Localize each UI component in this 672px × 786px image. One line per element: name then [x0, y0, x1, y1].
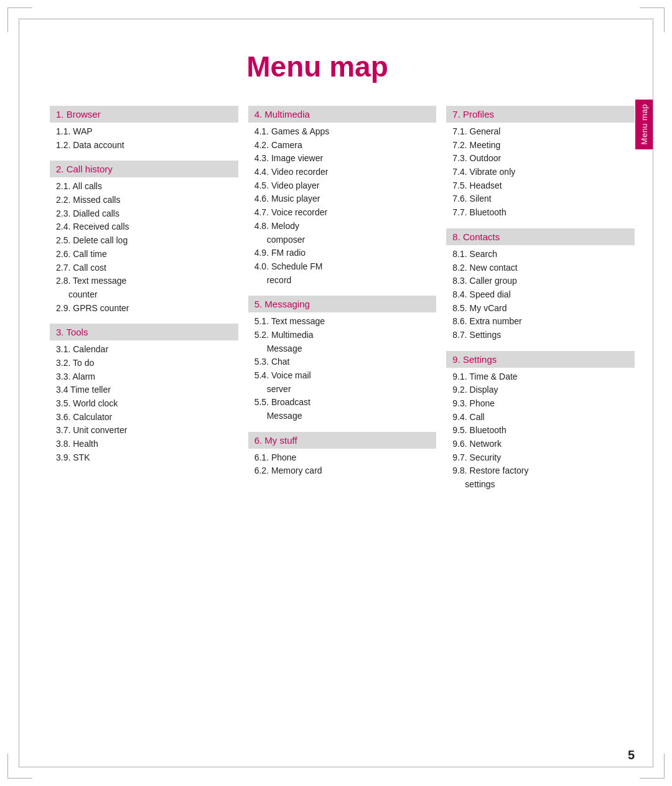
- list-item: 4.2. Camera: [254, 139, 431, 152]
- section-header-text-my-stuff: 6. My stuff: [254, 435, 297, 446]
- list-item: 9.8. Restore factory: [452, 464, 628, 478]
- list-item: 9.4. Call: [452, 411, 628, 424]
- page-border-right: [653, 19, 653, 767]
- section-header-tools: 3. Tools: [50, 324, 238, 340]
- list-item: 4.0. Schedule FM: [254, 260, 431, 274]
- list-item: 3.1. Calendar: [56, 343, 232, 357]
- list-item: 3.6. Calculator: [56, 411, 232, 424]
- list-item: 6.2. Memory card: [254, 464, 431, 478]
- column-col2: 4. Multimedia4.1. Games & Apps4.2. Camer…: [248, 106, 437, 736]
- list-item: 3.5. World clock: [56, 397, 232, 411]
- section-items-tools: 3.1. Calendar3.2. To do3.3. Alarm3.4 Tim…: [50, 343, 238, 464]
- list-item: 8.4. Speed dial: [452, 288, 628, 302]
- list-item: 8.2. New contact: [452, 261, 628, 275]
- list-item: 4.9. FM radio: [254, 246, 431, 260]
- list-item: 5.4. Voice mail: [254, 369, 431, 383]
- list-item: 5.5. Broadcast: [254, 396, 431, 409]
- list-item: 7.5. Headset: [452, 179, 628, 193]
- list-item: 8.3. Caller group: [452, 274, 628, 288]
- list-item: 2.1. All calls: [56, 180, 232, 194]
- list-item: 8.5. My vCard: [452, 302, 628, 316]
- list-item: 5.1. Text message: [254, 315, 431, 329]
- list-item: 9.2. Display: [452, 383, 628, 397]
- corner-decoration-br: [640, 754, 665, 779]
- list-item: 4.6. Music player: [254, 192, 431, 206]
- list-item: 5.2. Multimedia: [254, 329, 431, 342]
- list-item: 2.5. Delete call log: [56, 234, 232, 248]
- page-border-bottom: [19, 767, 653, 767]
- list-item: 4.7. Voice recorder: [254, 206, 431, 220]
- list-item: 9.7. Security: [452, 451, 628, 465]
- section-items-call-history: 2.1. All calls2.2. Missed calls2.3. Dial…: [50, 180, 238, 315]
- list-item: 9.6. Network: [452, 437, 628, 451]
- list-item: record: [254, 274, 431, 288]
- list-item: Message: [254, 409, 431, 423]
- section-header-text-settings: 9. Settings: [452, 354, 497, 365]
- page-title: Menu map: [0, 50, 635, 83]
- section-items-browser: 1.1. WAP1.2. Data account: [50, 125, 238, 152]
- page-border-top: [19, 19, 653, 19]
- list-item: 4.5. Video player: [254, 179, 431, 193]
- list-item: counter: [56, 288, 232, 302]
- list-item: Message: [254, 342, 431, 356]
- list-item: 9.1. Time & Date: [452, 370, 628, 384]
- list-item: 4.8. Melody: [254, 220, 431, 233]
- list-item: settings: [452, 478, 628, 492]
- list-item: 9.5. Bluetooth: [452, 424, 628, 437]
- list-item: 2.7. Call cost: [56, 261, 232, 275]
- list-item: 3.7. Unit converter: [56, 424, 232, 437]
- list-item: 7.2. Meeting: [452, 139, 628, 152]
- section-header-browser: 1. Browser: [50, 106, 238, 123]
- section-items-contacts: 8.1. Search8.2. New contact8.3. Caller g…: [446, 248, 635, 342]
- list-item: 4.4. Video recorder: [254, 166, 431, 179]
- section-header-multimedia: 4. Multimedia: [248, 106, 437, 123]
- section-header-settings: 9. Settings: [446, 351, 635, 368]
- section-header-text-browser: 1. Browser: [56, 109, 101, 119]
- content-area: 1. Browser1.1. WAP1.2. Data account2. Ca…: [50, 106, 635, 736]
- section-header-text-messaging: 5. Messaging: [254, 299, 310, 309]
- list-item: 2.2. Missed calls: [56, 194, 232, 207]
- section-header-text-tools: 3. Tools: [56, 327, 88, 337]
- list-item: 7.6. Silent: [452, 192, 628, 206]
- section-header-text-profiles: 7. Profiles: [452, 109, 494, 119]
- section-items-my-stuff: 6.1. Phone6.2. Memory card: [248, 451, 437, 478]
- list-item: 2.9. GPRS counter: [56, 302, 232, 316]
- corner-decoration-tr: [640, 7, 665, 32]
- section-items-messaging: 5.1. Text message5.2. MultimediaMessage5…: [248, 315, 437, 423]
- list-item: 8.6. Extra number: [452, 315, 628, 329]
- list-item: 3.2. To do: [56, 357, 232, 370]
- section-header-contacts: 8. Contacts: [446, 228, 635, 245]
- list-item: 9.3. Phone: [452, 397, 628, 411]
- corner-decoration-tl: [7, 7, 32, 32]
- section-header-text-contacts: 8. Contacts: [452, 232, 500, 242]
- corner-decoration-bl: [7, 754, 32, 779]
- list-item: 2.4. Received calls: [56, 220, 232, 234]
- section-header-my-stuff: 6. My stuff: [248, 432, 437, 449]
- side-tab-label: Menu map: [640, 104, 649, 144]
- list-item: 3.8. Health: [56, 437, 232, 451]
- list-item: 7.7. Bluetooth: [452, 206, 628, 220]
- list-item: 3.9. STK: [56, 451, 232, 465]
- section-items-profiles: 7.1. General7.2. Meeting7.3. Outdoor7.4.…: [446, 125, 635, 220]
- list-item: 2.8. Text message: [56, 274, 232, 288]
- list-item: 7.4. Vibrate only: [452, 166, 628, 179]
- section-header-messaging: 5. Messaging: [248, 296, 437, 312]
- list-item: 2.6. Call time: [56, 248, 232, 261]
- section-items-settings: 9.1. Time & Date9.2. Display9.3. Phone9.…: [446, 370, 635, 492]
- list-item: 3.4 Time teller: [56, 383, 232, 397]
- list-item: 4.1. Games & Apps: [254, 125, 431, 139]
- section-header-profiles: 7. Profiles: [446, 106, 635, 123]
- page-number: 5: [628, 748, 635, 762]
- list-item: 4.3. Image viewer: [254, 152, 431, 166]
- list-item: 2.3. Dialled calls: [56, 207, 232, 221]
- list-item: 1.2. Data account: [56, 139, 232, 152]
- column-col1: 1. Browser1.1. WAP1.2. Data account2. Ca…: [50, 106, 238, 736]
- section-items-multimedia: 4.1. Games & Apps4.2. Camera4.3. Image v…: [248, 125, 437, 287]
- page-border-left: [19, 19, 19, 767]
- section-header-text-call-history: 2. Call history: [56, 164, 113, 174]
- section-header-text-multimedia: 4. Multimedia: [254, 109, 310, 119]
- list-item: 3.3. Alarm: [56, 370, 232, 384]
- list-item: 5.3. Chat: [254, 355, 431, 369]
- list-item: 7.1. General: [452, 125, 628, 139]
- list-item: server: [254, 383, 431, 396]
